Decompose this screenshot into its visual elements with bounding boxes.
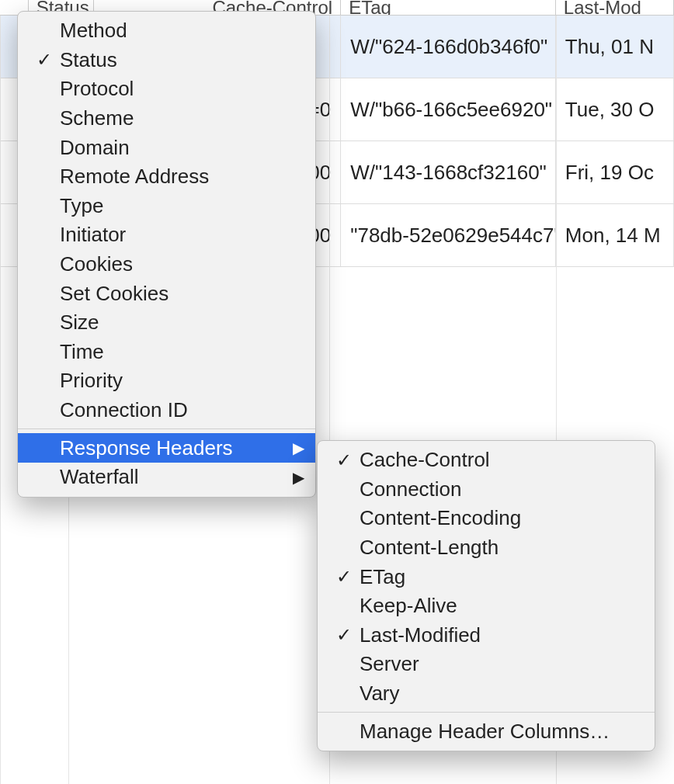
check-icon: ✓ — [328, 449, 360, 471]
menu-item-remote-address[interactable]: Remote Address — [18, 162, 315, 192]
col-header-etag[interactable]: ETag — [341, 0, 556, 16]
submenu-item-label: Content-Length — [360, 536, 644, 560]
menu-item-label: Initiator — [60, 223, 286, 247]
submenu-item-label: Server — [360, 652, 644, 676]
menu-item-status[interactable]: ✓ Status — [18, 46, 315, 75]
submenu-item-label: ETag — [360, 565, 644, 589]
submenu-item-label: Content-Encoding — [360, 506, 644, 530]
menu-item-domain[interactable]: Domain — [18, 133, 315, 162]
cell-last: Tue, 30 O — [556, 78, 674, 140]
menu-item-label: Scheme — [60, 106, 286, 130]
menu-item-label: Set Cookies — [60, 282, 286, 306]
menu-item-priority[interactable]: Priority — [18, 366, 315, 396]
menu-item-label: Method — [60, 19, 286, 43]
cell-last: Mon, 14 M — [556, 204, 674, 266]
cell-last: Fri, 19 Oc — [556, 141, 674, 203]
submenu-item-manage-header-columns[interactable]: Manage Header Columns… — [318, 716, 655, 746]
menu-item-label: Priority — [60, 369, 286, 393]
menu-item-label: Connection ID — [60, 398, 286, 422]
menu-item-method[interactable]: Method — [18, 16, 315, 46]
menu-item-connection-id[interactable]: Connection ID — [18, 396, 315, 425]
submenu-item-cache-control[interactable]: ✓ Cache-Control — [318, 446, 655, 475]
submenu-item-etag[interactable]: ✓ ETag — [318, 562, 655, 591]
menu-item-protocol[interactable]: Protocol — [18, 75, 315, 104]
submenu-item-label: Connection — [360, 477, 644, 501]
cell-etag: W/"624-166d0b346f0" — [341, 16, 556, 78]
submenu-item-last-modified[interactable]: ✓ Last-Modified — [318, 621, 655, 650]
submenu-item-content-encoding[interactable]: Content-Encoding — [318, 504, 655, 533]
menu-item-label: Cookies — [60, 252, 286, 276]
submenu-item-connection[interactable]: Connection — [318, 475, 655, 505]
submenu-item-keep-alive[interactable]: Keep-Alive — [318, 591, 655, 621]
col-header-last-modified[interactable]: Last-Mod — [556, 0, 674, 16]
response-headers-submenu: ✓ Cache-Control Connection Content-Encod… — [317, 440, 655, 751]
submenu-item-label: Keep-Alive — [360, 594, 644, 618]
column-context-menu: Method ✓ Status Protocol Scheme Domain R… — [17, 11, 316, 498]
submenu-item-server[interactable]: Server — [318, 650, 655, 679]
menu-item-size[interactable]: Size — [18, 308, 315, 338]
menu-separator — [18, 428, 315, 429]
check-icon: ✓ — [328, 566, 360, 588]
cell-last: Thu, 01 N — [556, 16, 674, 78]
menu-item-cookies[interactable]: Cookies — [18, 250, 315, 279]
cell-etag: W/"b66-166c5ee6920" — [341, 78, 556, 140]
menu-item-label: Protocol — [60, 77, 286, 101]
menu-item-set-cookies[interactable]: Set Cookies — [18, 279, 315, 308]
cell-etag: W/"143-1668cf32160" — [341, 141, 556, 203]
menu-item-scheme[interactable]: Scheme — [18, 104, 315, 134]
submenu-item-vary[interactable]: Vary — [318, 679, 655, 709]
submenu-arrow-icon: ▶ — [286, 439, 304, 457]
check-icon: ✓ — [328, 624, 360, 646]
menu-item-waterfall[interactable]: Waterfall ▶ — [18, 463, 315, 492]
menu-item-label: Time — [60, 340, 286, 364]
menu-item-time[interactable]: Time — [18, 338, 315, 367]
menu-item-label: Remote Address — [60, 165, 286, 189]
submenu-item-label: Vary — [360, 682, 644, 706]
submenu-item-content-length[interactable]: Content-Length — [318, 533, 655, 563]
menu-item-label: Size — [60, 310, 286, 335]
submenu-arrow-icon: ▶ — [286, 468, 304, 487]
submenu-item-label: Manage Header Columns… — [360, 720, 644, 744]
menu-item-label: Response Headers — [60, 436, 286, 460]
menu-item-type[interactable]: Type — [18, 192, 315, 221]
submenu-item-label: Cache-Control — [360, 448, 644, 472]
submenu-item-label: Last-Modified — [360, 623, 644, 647]
menu-item-response-headers[interactable]: Response Headers ▶ — [18, 433, 315, 463]
menu-item-label: Waterfall — [60, 465, 286, 489]
check-icon: ✓ — [29, 49, 60, 71]
menu-item-initiator[interactable]: Initiator — [18, 220, 315, 250]
menu-item-label: Domain — [60, 136, 286, 160]
cell-etag: "78db-52e0629e544c7" — [341, 204, 556, 266]
menu-separator — [318, 712, 655, 713]
menu-item-label: Status — [60, 48, 286, 72]
menu-item-label: Type — [60, 194, 286, 218]
